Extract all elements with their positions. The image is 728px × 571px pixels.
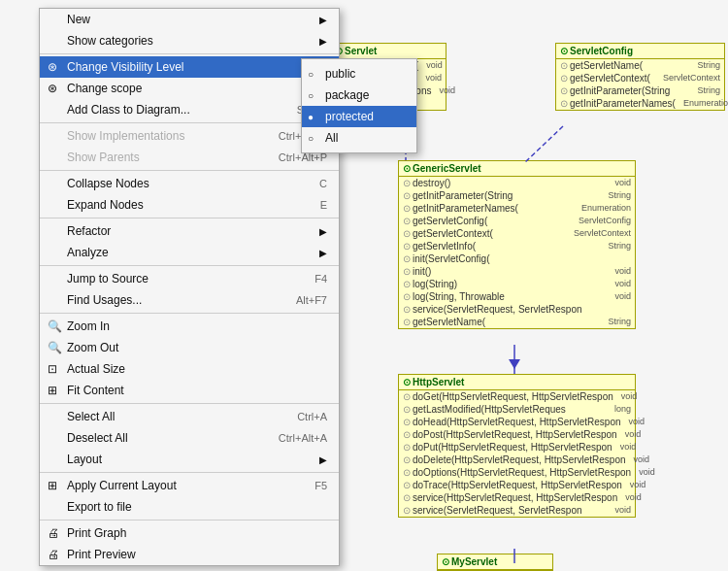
apply-layout-shortcut: F5 (314, 480, 327, 491)
hs-row-9: ⊙service(HttpServletRequest, HttpServlet… (399, 491, 635, 504)
find-shortcut: Alt+F7 (296, 294, 327, 306)
separator-9 (40, 520, 339, 521)
apply-layout-icon: ⊞ (48, 479, 57, 492)
separator-6 (40, 313, 339, 314)
servletconfig-uml-box[interactable]: ⊙ServletConfig ⊙getServletName( String ⊙… (555, 43, 725, 111)
submenu-item-public[interactable]: ○ public (302, 63, 416, 84)
httpservlet-uml-box[interactable]: ⊙HttpServlet ⊙doGet(HttpServletRequest, … (398, 374, 636, 518)
select-all-shortcut: Ctrl+A (297, 411, 327, 422)
show-categories-arrow-icon: ▶ (319, 36, 327, 47)
gs-row-10: ⊙log(String, Throwablevoid (399, 290, 635, 303)
gs-row-8: ⊙init()void (399, 265, 635, 278)
sc-row-3: ⊙getInitParameter(String String (556, 84, 724, 97)
httpservlet-title: ⊙HttpServlet (399, 375, 635, 390)
servletconfig-title: ⊙ServletConfig (556, 44, 724, 59)
analyze-arrow-icon: ▶ (319, 248, 327, 258)
expand-shortcut: E (320, 199, 327, 211)
hs-row-8: ⊙doTrace(HttpServletRequest, HttpServlet… (399, 479, 635, 491)
submenu-item-protected[interactable]: ● protected (302, 106, 416, 127)
funnel-icon-1: ⊛ (48, 60, 57, 74)
hs-row-1: ⊙doGet(HttpServletRequest, HttpServletRe… (399, 390, 635, 403)
menu-item-change-scope[interactable]: ⊛ Change scope ▶ (40, 78, 339, 99)
hs-row-5: ⊙doPut(HttpServletRequest, HttpServletRe… (399, 441, 635, 453)
refactor-arrow-icon: ▶ (319, 226, 327, 237)
hs-row-2: ⊙getLastModified(HttpServletRequeslong (399, 403, 635, 416)
servlet-title: ⊙Servlet (331, 44, 446, 59)
gs-row-4: ⊙getServletConfig(ServletConfig (399, 215, 635, 227)
genericservlet-uml-box[interactable]: ⊙GenericServlet ⊙destroy()void ⊙getInitP… (398, 160, 636, 329)
sc-row-1: ⊙getServletName( String (556, 59, 724, 72)
print-icon: 🖨 (48, 526, 59, 540)
gs-row-7: ⊙init(ServletConfig( (399, 252, 635, 265)
menu-item-new[interactable]: New ▶ (40, 9, 339, 30)
separator-1 (40, 53, 339, 54)
gs-row-3: ⊙getInitParameterNames(Enumeration (399, 202, 635, 215)
separator-5 (40, 265, 339, 266)
visibility-submenu: ○ public ○ package ● protected ○ All (301, 58, 417, 153)
menu-item-apply-layout[interactable]: ⊞ Apply Current Layout F5 (40, 475, 339, 496)
menu-item-zoom-out[interactable]: 🔍 Zoom Out (40, 337, 339, 358)
menu-item-actual-size[interactable]: ⊡ Actual Size (40, 358, 339, 380)
myservlet-uml-box[interactable]: ⊙MyServlet (437, 554, 553, 571)
fit-content-icon: ⊞ (48, 384, 57, 397)
gs-row-12: ⊙getServletName(String (399, 316, 635, 328)
menu-item-show-categories[interactable]: Show categories ▶ (40, 30, 339, 51)
menu-item-show-implementations: Show Implementations Ctrl+Alt+B (40, 125, 339, 147)
menu-item-find-usages[interactable]: Find Usages... Alt+F7 (40, 289, 339, 311)
menu-item-add-class[interactable]: Add Class to Diagram... Space (40, 99, 339, 120)
jump-shortcut: F4 (314, 273, 327, 285)
svg-marker-2 (509, 359, 520, 369)
radio-protected: ● (308, 112, 314, 122)
submenu-item-all[interactable]: ○ All (302, 127, 416, 149)
layout-arrow-icon: ▶ (319, 454, 327, 465)
sc-row-2: ⊙getServletContext( ServletContext (556, 72, 724, 84)
radio-all: ○ (308, 133, 314, 144)
hs-row-4: ⊙doPost(HttpServletRequest, HttpServletR… (399, 428, 635, 441)
gs-row-11: ⊙service(ServletRequest, ServletRespon (399, 303, 635, 316)
menu-item-fit-content[interactable]: ⊞ Fit Content (40, 380, 339, 401)
print-preview-icon: 🖨 (48, 548, 59, 561)
gs-row-9: ⊙log(String)void (399, 278, 635, 290)
funnel-icon-2: ⊛ (48, 82, 57, 95)
hs-row-10: ⊙service(ServletRequest, ServletResponvo… (399, 504, 635, 517)
submenu-item-package[interactable]: ○ package (302, 84, 416, 106)
separator-3 (40, 170, 339, 171)
new-arrow-icon: ▶ (319, 15, 327, 25)
genericservlet-title: ⊙GenericServlet (399, 161, 635, 177)
sc-row-4: ⊙getInitParameterNames( Enumeration (556, 97, 724, 110)
gs-row-1: ⊙destroy()void (399, 177, 635, 189)
zoom-in-icon: 🔍 (48, 319, 62, 333)
hs-row-6: ⊙doDelete(HttpServletRequest, HttpServle… (399, 453, 635, 466)
deselect-all-shortcut: Ctrl+Alt+A (279, 432, 327, 444)
menu-item-show-parents: Show Parents Ctrl+Alt+P (40, 147, 339, 168)
gs-row-5: ⊙getServletContext(ServletContext (399, 227, 635, 240)
context-menu: New ▶ Show categories ▶ ⊛ Change Visibil… (39, 8, 340, 566)
zoom-out-icon: 🔍 (48, 341, 62, 354)
menu-item-select-all[interactable]: Select All Ctrl+A (40, 406, 339, 427)
radio-public: ○ (308, 69, 314, 80)
hs-row-7: ⊙doOptions(HttpServletRequest, HttpServl… (399, 466, 635, 479)
menu-item-print-graph[interactable]: 🖨 Print Graph (40, 522, 339, 544)
separator-4 (40, 218, 339, 218)
separator-7 (40, 403, 339, 404)
menu-item-zoom-in[interactable]: 🔍 Zoom In (40, 316, 339, 337)
menu-item-print-preview[interactable]: 🖨 Print Preview (40, 544, 339, 565)
hs-row-3: ⊙doHead(HttpServletRequest, HttpServletR… (399, 416, 635, 428)
separator-2 (40, 122, 339, 123)
svg-line-4 (524, 126, 563, 163)
menu-item-deselect-all[interactable]: Deselect All Ctrl+Alt+A (40, 427, 339, 449)
gs-row-6: ⊙getServletInfo(String (399, 240, 635, 252)
menu-item-change-visibility[interactable]: ⊛ Change Visibility Level ▶ (40, 56, 339, 78)
menu-item-jump-to-source[interactable]: Jump to Source F4 (40, 268, 339, 289)
menu-item-layout[interactable]: Layout ▶ (40, 449, 339, 470)
menu-item-refactor[interactable]: Refactor ▶ (40, 220, 339, 242)
radio-package: ○ (308, 90, 314, 101)
collapse-shortcut: C (319, 178, 327, 189)
menu-item-export-to-file[interactable]: Export to file (40, 496, 339, 518)
actual-size-icon: ⊡ (48, 362, 57, 376)
menu-item-collapse-nodes[interactable]: Collapse Nodes C (40, 173, 339, 194)
gs-row-2: ⊙getInitParameter(StringString (399, 189, 635, 202)
menu-item-analyze[interactable]: Analyze ▶ (40, 242, 339, 263)
menu-item-expand-nodes[interactable]: Expand Nodes E (40, 194, 339, 216)
separator-8 (40, 472, 339, 473)
